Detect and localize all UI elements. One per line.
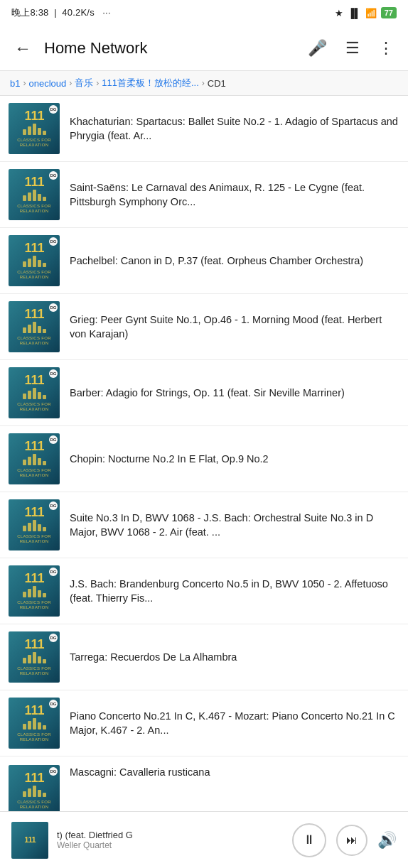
breadcrumb-sep-4: › [202, 78, 205, 88]
wave-bar [33, 190, 36, 201]
album-label: CLASSICS FORRELAXATION [17, 468, 51, 478]
album-art: DG 111 CLASSICS FORRELAXATION [9, 367, 60, 418]
track-info: Chopin: Nocturne No.2 In E Flat, Op.9 No… [70, 452, 399, 466]
breadcrumb-music[interactable]: 音乐 [75, 77, 93, 89]
dg-badge: DG [49, 634, 58, 642]
track-info: Mascagni: Cavalleria rusticana [70, 765, 399, 779]
album-label: CLASSICS FORRELAXATION [17, 534, 51, 544]
album-number: 111 [24, 374, 43, 386]
album-label: CLASSICS FORRELAXATION [17, 600, 51, 610]
track-info: Piano Concerto No.21 In C, K.467 - Mozar… [70, 709, 399, 738]
album-art-inner: 111 CLASSICS FORRELAXATION [17, 572, 51, 610]
album-art: DG 111 CLASSICS FORRELAXATION [9, 301, 60, 352]
wave-bar [43, 197, 46, 201]
list-item[interactable]: DG 111 CLASSICS FORRELAXATION Saint-Saën… [0, 162, 408, 228]
wave-bar [38, 326, 41, 333]
track-title: Tarrega: Recuerdos De La Alhambra [70, 650, 399, 664]
track-info: Saint-Saëns: Le Carnaval des Animaux, R.… [70, 180, 399, 210]
next-button[interactable]: ⏭ [336, 825, 367, 856]
list-item[interactable]: DG 111 CLASSICS FORRELAXATION Chopin: No… [0, 426, 408, 492]
album-number: 111 [24, 242, 43, 254]
mic-icon[interactable]: 🎤 [302, 36, 333, 60]
wave-bar [38, 722, 41, 729]
album-number: 111 [24, 308, 43, 320]
album-label: CLASSICS FORRELAXATION [17, 138, 51, 148]
dg-badge: DG [49, 237, 58, 246]
album-waves [23, 322, 46, 333]
album-art: DG 111 CLASSICS FORRELAXATION [9, 631, 60, 683]
dg-badge: DG [49, 501, 58, 510]
album-art-inner: 111 CLASSICS FORRELAXATION [17, 440, 51, 478]
wave-bar [38, 656, 41, 663]
player-album-art: 111 [11, 822, 48, 859]
wave-bar [43, 263, 46, 267]
wave-bar [23, 526, 26, 531]
track-info: Suite No.3 In D, BWV 1068 - J.S. Bach: O… [70, 511, 399, 540]
player-controls: ⏸ ⏭ 🔊 [292, 823, 397, 857]
album-waves [23, 190, 46, 201]
pause-button[interactable]: ⏸ [292, 823, 326, 857]
album-number: 111 [24, 638, 43, 651]
wave-bar [43, 461, 46, 465]
breadcrumb: b1 › onecloud › 音乐 › 111首柔板！放松的经... › CD… [0, 71, 408, 96]
album-art-inner: 111 CLASSICS FORRELAXATION [17, 175, 51, 214]
wave-bar [33, 256, 36, 267]
album-art-inner: 111 CLASSICS FORRELAXATION [17, 506, 51, 544]
wave-bar [33, 652, 36, 663]
wave-bar [23, 394, 26, 399]
album-number: 111 [24, 771, 43, 784]
wave-bar [33, 322, 36, 333]
list-item[interactable]: DG 111 CLASSICS FORRELAXATION Grieg: Pee… [0, 294, 408, 360]
wave-bar [23, 791, 26, 797]
album-number: 111 [24, 109, 43, 122]
wave-bar [28, 325, 31, 333]
track-info: Pachelbel: Canon in D, P.37 (feat. Orphe… [70, 254, 399, 268]
breadcrumb-b1[interactable]: b1 [10, 78, 20, 89]
album-number: 111 [24, 175, 43, 188]
track-list: DG 111 CLASSICS FORRELAXATION Khachaturi… [0, 96, 408, 824]
album-art-inner: 111 CLASSICS FORRELAXATION [17, 109, 51, 148]
player-artist: Weller Quartet [57, 840, 284, 850]
wave-bar [28, 192, 31, 201]
album-waves [23, 454, 46, 465]
more-options-icon[interactable]: ⋮ [372, 36, 399, 60]
list-item[interactable]: DG 111 CLASSICS FORRELAXATION Khachaturi… [0, 96, 408, 162]
bluetooth-icon: ★ [335, 8, 343, 18]
track-title: Mascagni: Cavalleria rusticana [70, 765, 399, 779]
dg-badge: DG [49, 568, 58, 576]
list-item[interactable]: DG 111 CLASSICS FORRELAXATION Piano Conc… [0, 690, 408, 756]
dg-badge: DG [49, 369, 58, 378]
list-item[interactable]: DG 111 CLASSICS FORRELAXATION J.S. Bach:… [0, 558, 408, 624]
wave-bar [33, 124, 36, 135]
dg-badge: DG [49, 700, 58, 708]
volume-button[interactable]: 🔊 [377, 831, 397, 850]
list-item[interactable]: DG 111 CLASSICS FORRELAXATION Suite No.3… [0, 492, 408, 558]
album-waves [23, 718, 46, 729]
track-title: Khachaturian: Spartacus: Ballet Suite No… [70, 114, 399, 143]
album-label: CLASSICS FORRELAXATION [17, 800, 51, 810]
wave-bar [33, 454, 36, 465]
breadcrumb-cd1: CD1 [208, 78, 226, 89]
list-item[interactable]: DG 111 CLASSICS FORRELAXATION Pachelbel:… [0, 228, 408, 294]
album-label: CLASSICS FORRELAXATION [17, 732, 51, 742]
track-title: Saint-Saëns: Le Carnaval des Animaux, R.… [70, 180, 399, 210]
wave-bar [43, 659, 46, 663]
dg-badge: DG [49, 171, 58, 180]
album-number: 111 [24, 506, 43, 519]
back-button[interactable]: ← [9, 36, 37, 61]
breadcrumb-onecloud[interactable]: onecloud [28, 78, 66, 89]
list-item[interactable]: DG 111 CLASSICS FORRELAXATION Tarrega: R… [0, 624, 408, 690]
list-view-icon[interactable]: ☰ [340, 36, 365, 60]
breadcrumb-album[interactable]: 111首柔板！放松的经... [102, 77, 199, 89]
album-waves [23, 388, 46, 399]
wave-bar [43, 329, 46, 333]
wave-bar [38, 194, 41, 201]
wave-bar [28, 523, 31, 531]
breadcrumb-sep-3: › [96, 78, 99, 88]
track-info: Barber: Adagio for Strings, Op. 11 (feat… [70, 386, 399, 400]
list-item[interactable]: DG 111 CLASSICS FORRELAXATION Barber: Ad… [0, 360, 408, 426]
wave-bar [28, 259, 31, 267]
battery-icon: 77 [381, 7, 397, 18]
wave-bar [23, 195, 26, 201]
player-info: t) (feat. Dietfried G Weller Quartet [57, 830, 284, 850]
